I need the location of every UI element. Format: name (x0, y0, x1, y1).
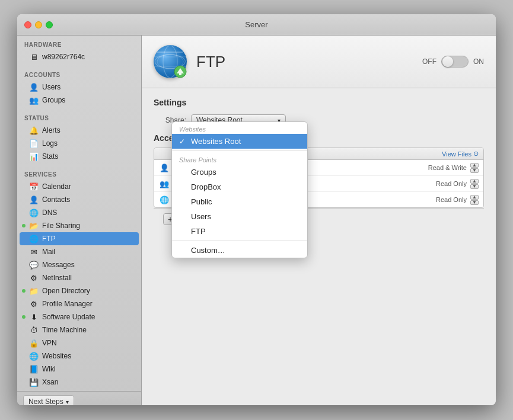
sidebar-icon-contacts: 👤 (29, 195, 39, 204)
sidebar-icon-software-update: ⬇ (29, 312, 39, 322)
sidebar-item-websites[interactable]: 🌐Websites (17, 350, 141, 363)
next-steps-label: Next Steps (28, 397, 63, 405)
sidebar-item-groups[interactable]: 👥Groups (17, 94, 141, 107)
service-header: FTP OFF ON (142, 36, 496, 88)
share-dropdown[interactable]: Websites ✓ Websites Root Share Points Gr… (171, 121, 308, 258)
sidebar-icon-stats: 📊 (29, 152, 39, 161)
toggle-thumb (442, 56, 453, 67)
sidebar: HARDWARE🖥w89262r764cACCOUNTS👤Users👥Group… (17, 36, 142, 405)
sidebar-item-vpn[interactable]: 🔒VPN (17, 336, 141, 350)
dropdown-group2-header: Share Points (172, 153, 307, 165)
stepper-down-wheel[interactable]: ▼ (470, 184, 479, 189)
service-icon-container (154, 45, 187, 78)
sidebar-icon-groups: 👥 (29, 95, 39, 105)
sidebar-section-hardware: HARDWARE🖥w89262r764c (17, 36, 141, 66)
dropdown-item-websites-root[interactable]: ✓ Websites Root (172, 134, 307, 149)
dropdown-item-label-groups: Groups (191, 168, 216, 177)
sidebar-item-label-ftp: FTP (42, 235, 56, 243)
arrow-svg (174, 65, 187, 78)
dropdown-divider-2 (172, 241, 307, 241)
sidebar-icon-wiki: 📘 (29, 364, 39, 374)
access-row-stepper-root: ▲▼ (470, 163, 479, 173)
sidebar-item-label-netinstall: NetInstall (42, 274, 72, 282)
dropdown-item-public[interactable]: Public (172, 194, 307, 209)
sidebar-section-header-status: STATUS (17, 115, 141, 124)
dropdown-item-label-ftp: FTP (191, 227, 206, 236)
sidebar-item-messages[interactable]: 💬Messages (17, 258, 141, 271)
toggle-on-label: ON (473, 57, 484, 66)
stepper-up-root[interactable]: ▲ (470, 163, 479, 168)
titlebar: Server (17, 14, 496, 36)
view-files-label: View Files (442, 150, 471, 158)
sidebar-item-dns[interactable]: 🌐DNS (17, 206, 141, 219)
sidebar-icon-netinstall: ⚙ (29, 273, 39, 283)
stepper-up-everyone[interactable]: ▲ (470, 195, 479, 200)
access-row-permission-root: Read & Write (428, 164, 467, 171)
sidebar-item-users[interactable]: 👤Users (17, 81, 141, 94)
sidebar-dot-file-sharing (22, 224, 26, 227)
sidebar-item-alerts[interactable]: 🔔Alerts (17, 124, 141, 137)
toggle-container: OFF ON (422, 56, 484, 68)
right-panel: FTP OFF ON Settings Share: Websites Root (142, 36, 496, 405)
dropdown-item-label-dropbox: DropBox (191, 182, 221, 191)
sidebar-item-profile-manager[interactable]: ⚙Profile Manager (17, 297, 141, 310)
sidebar-item-label-logs: Logs (42, 139, 58, 148)
sidebar-item-wiki[interactable]: 📘Wiki (17, 363, 141, 376)
next-steps-button[interactable]: Next Steps ▾ (23, 395, 74, 405)
dropdown-item-custom[interactable]: Custom… (172, 243, 307, 258)
toggle-off-label: OFF (422, 57, 436, 66)
sidebar-item-netinstall[interactable]: ⚙NetInstall (17, 271, 141, 284)
toggle-switch[interactable] (441, 56, 469, 68)
sidebar-section-status: STATUS🔔Alerts📄Logs📊Stats (17, 109, 141, 165)
sidebar-item-label-software-update: Software Update (42, 313, 95, 321)
stepper-up-wheel[interactable]: ▲ (470, 179, 479, 184)
dropdown-item-label-websites-root: Websites Root (191, 137, 241, 146)
sidebar-item-xsan[interactable]: 💾Xsan (17, 376, 141, 389)
sidebar-item-server-hardware[interactable]: 🖥w89262r764c (17, 50, 141, 63)
sidebar-item-label-time-machine: Time Machine (42, 326, 87, 334)
stepper-down-everyone[interactable]: ▼ (470, 200, 479, 205)
dropdown-item-groups[interactable]: Groups (172, 165, 307, 179)
sidebar-item-mail[interactable]: ✉Mail (17, 245, 141, 258)
sidebar-icon-messages: 💬 (29, 260, 39, 270)
svg-rect-6 (179, 73, 181, 75)
access-row-stepper-wheel: ▲▼ (470, 179, 479, 189)
sidebar-item-time-machine[interactable]: ⏱Time Machine (17, 323, 141, 336)
sidebar-item-open-directory[interactable]: 📁Open Directory (17, 284, 141, 297)
sidebar-item-contacts[interactable]: 👤Contacts (17, 193, 141, 206)
sidebar-icon-users: 👤 (29, 82, 39, 92)
dropdown-item-ftp[interactable]: FTP (172, 224, 307, 239)
sidebar-item-calendar[interactable]: 📅Calendar (17, 180, 141, 193)
main-content: HARDWARE🖥w89262r764cACCOUNTS👤Users👥Group… (17, 36, 496, 405)
sidebar-item-label-file-sharing: File Sharing (42, 222, 80, 230)
view-files-button[interactable]: View Files ⊙ (442, 150, 479, 158)
sidebar-item-label-wiki: Wiki (42, 365, 56, 373)
sidebar-section-header-hardware: HARDWARE (17, 41, 141, 50)
sidebar-item-file-sharing[interactable]: 📂File Sharing (17, 219, 141, 232)
access-row-stepper-everyone: ▲▼ (470, 195, 479, 205)
minimize-button[interactable] (35, 21, 42, 28)
sidebar-item-label-users: Users (42, 83, 60, 91)
sidebar-item-software-update[interactable]: ⬇Software Update (17, 310, 141, 323)
dropdown-group1-header: Websites (172, 122, 307, 134)
sidebar-icon-alerts: 🔔 (29, 126, 39, 135)
dropdown-item-users[interactable]: Users (172, 209, 307, 224)
window-title: Server (245, 20, 267, 29)
main-window: Server HARDWARE🖥w89262r764cACCOUNTS👤User… (17, 14, 496, 405)
close-button[interactable] (24, 21, 31, 28)
sidebar-section-accounts: ACCOUNTS👤Users👥Groups (17, 66, 141, 109)
sidebar-item-ftp[interactable]: 🌐FTP (20, 232, 139, 245)
sidebar-item-logs[interactable]: 📄Logs (17, 137, 141, 150)
chevron-down-icon: ▾ (66, 399, 69, 405)
sidebar-footer: Next Steps ▾ (17, 391, 141, 405)
sidebar-icon-xsan: 💾 (29, 377, 39, 387)
maximize-button[interactable] (46, 21, 53, 28)
stepper-down-root[interactable]: ▼ (470, 168, 479, 173)
sidebar-item-stats[interactable]: 📊Stats (17, 150, 141, 163)
sidebar-item-label-messages: Messages (42, 261, 75, 269)
dropdown-item-dropbox[interactable]: DropBox (172, 179, 307, 194)
traffic-lights (24, 21, 53, 28)
sidebar-icon-time-machine: ⏱ (29, 325, 39, 335)
access-row-icon-root: 👤 (159, 162, 170, 173)
access-row-icon-wheel: 👥 (159, 178, 170, 189)
